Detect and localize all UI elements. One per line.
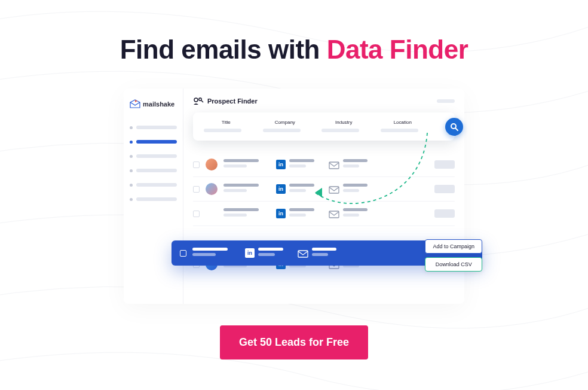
text-placeholder <box>223 208 259 211</box>
text-placeholder <box>192 253 216 256</box>
mail-icon <box>298 249 308 257</box>
text-placeholder <box>343 164 359 167</box>
avatar <box>206 183 218 195</box>
brand: mailshake <box>130 99 177 109</box>
text-placeholder <box>343 184 368 187</box>
sidebar-nav-item[interactable] <box>130 169 177 172</box>
nav-placeholder <box>136 197 177 201</box>
cta-button[interactable]: Get 50 Leads for Free <box>220 325 368 359</box>
sidebar-nav-item[interactable] <box>130 154 177 158</box>
linkedin-icon: in <box>245 248 255 258</box>
text-placeholder <box>289 208 314 211</box>
sidebar-nav-item[interactable] <box>130 183 177 187</box>
text-placeholder <box>289 159 314 162</box>
checkbox[interactable] <box>193 186 200 193</box>
search-field-location[interactable]: Location <box>381 120 425 132</box>
action-popover: Add to Campaign Download CSV <box>425 239 482 272</box>
text-placeholder <box>289 189 306 192</box>
download-csv-button[interactable]: Download CSV <box>425 257 482 272</box>
nav-dot-icon <box>130 126 133 129</box>
avatar <box>206 159 218 170</box>
search-label: Title <box>204 120 249 125</box>
search-placeholder <box>204 129 241 132</box>
nav-dot-icon <box>130 169 133 172</box>
text-placeholder <box>223 164 247 167</box>
sidebar-nav-item-active[interactable] <box>130 140 177 144</box>
search-icon <box>450 123 458 131</box>
text-placeholder <box>289 214 306 217</box>
nav-placeholder <box>136 154 177 158</box>
search-placeholder <box>321 129 359 132</box>
add-to-campaign-button[interactable]: Add to Campaign <box>425 239 482 254</box>
svg-rect-9 <box>298 251 308 257</box>
text-placeholder <box>192 248 228 251</box>
text-placeholder <box>343 159 368 162</box>
svg-point-0 <box>194 98 198 102</box>
svg-line-2 <box>201 100 203 102</box>
text-placeholder <box>223 184 259 187</box>
mail-icon <box>329 161 339 169</box>
text-placeholder <box>289 184 314 187</box>
text-placeholder <box>223 214 247 217</box>
header-placeholder <box>437 99 455 103</box>
svg-point-1 <box>199 98 201 100</box>
search-label: Industry <box>321 120 366 125</box>
text-placeholder <box>223 189 247 192</box>
search-filter-card: Title Company Industry Location <box>193 112 455 141</box>
linkedin-icon: in <box>276 160 286 169</box>
search-button[interactable] <box>445 118 463 136</box>
checkbox[interactable] <box>180 250 186 257</box>
search-field-title[interactable]: Title <box>204 120 249 132</box>
nav-dot-icon <box>130 198 133 201</box>
row-action-placeholder <box>434 209 455 218</box>
search-field-company[interactable]: Company <box>263 120 308 132</box>
text-placeholder <box>343 214 359 217</box>
text-placeholder <box>343 189 359 192</box>
mail-icon <box>329 210 339 218</box>
page-headline: Find emails with Data Finder <box>0 35 588 65</box>
nav-placeholder <box>136 169 177 172</box>
headline-accent: Data Finder <box>327 35 468 64</box>
prospect-finder-icon <box>193 97 204 105</box>
svg-rect-5 <box>329 162 339 169</box>
main-title: Prospect Finder <box>207 98 258 105</box>
svg-rect-6 <box>329 187 339 193</box>
text-placeholder <box>258 253 275 256</box>
row-action-placeholder <box>434 160 455 169</box>
main-panel: Prospect Finder Title Company Industry <box>183 89 464 304</box>
text-placeholder <box>312 253 328 256</box>
search-field-industry[interactable]: Industry <box>321 120 366 132</box>
sidebar-nav-item[interactable] <box>130 126 177 129</box>
headline-prefix: Find emails with <box>120 35 327 64</box>
text-placeholder <box>312 248 336 251</box>
text-placeholder <box>258 248 283 251</box>
nav-placeholder <box>136 183 177 187</box>
linkedin-icon: in <box>276 209 286 218</box>
row-action-placeholder <box>434 185 455 193</box>
sidebar-nav-item[interactable] <box>130 197 177 201</box>
brand-logo-icon <box>130 99 140 109</box>
checkbox[interactable] <box>193 162 200 168</box>
table-row[interactable]: in <box>193 153 455 177</box>
search-label: Location <box>381 120 425 125</box>
sidebar: mailshake <box>124 89 183 304</box>
nav-dot-icon <box>130 184 133 187</box>
nav-dot-icon <box>130 155 133 158</box>
mail-icon <box>329 185 339 193</box>
search-placeholder <box>263 129 301 132</box>
text-placeholder <box>343 208 368 211</box>
brand-name: mailshake <box>143 100 174 108</box>
app-mockup: mailshake Prospect Finder <box>124 89 464 304</box>
table-row[interactable]: in <box>193 177 455 202</box>
nav-placeholder <box>136 126 177 129</box>
linkedin-icon: in <box>276 184 286 194</box>
checkbox[interactable] <box>193 211 200 217</box>
nav-placeholder <box>136 140 177 144</box>
main-header: Prospect Finder <box>193 97 455 105</box>
search-label: Company <box>263 120 308 125</box>
svg-rect-7 <box>329 211 339 218</box>
table-row[interactable]: in <box>193 202 455 226</box>
svg-line-4 <box>455 128 458 130</box>
search-placeholder <box>381 129 418 132</box>
nav-dot-icon <box>130 141 133 144</box>
